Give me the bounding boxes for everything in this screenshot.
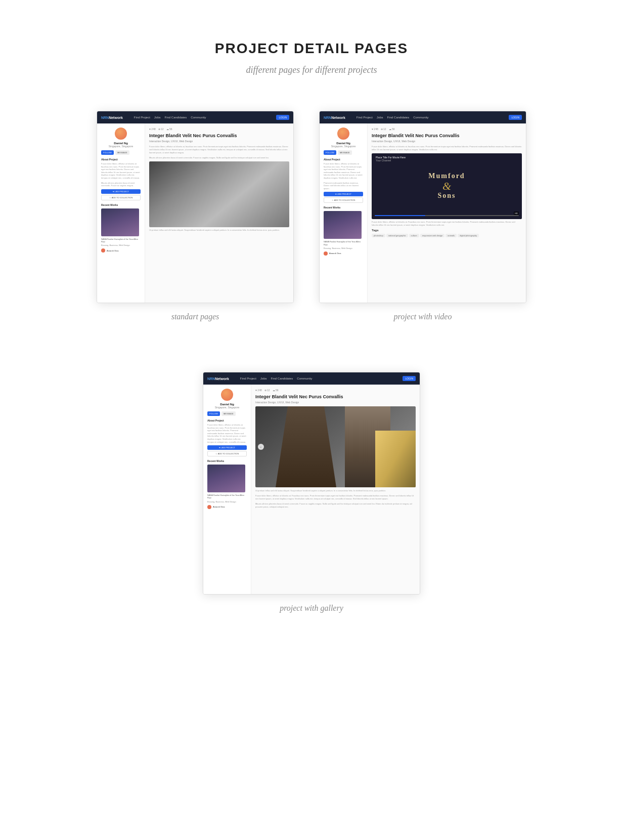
mock-author-name-standard: Amarok Orca [107, 249, 119, 252]
mock-content-text1-standard: Fusce dolor libero, efficitur ut loborti… [149, 145, 289, 154]
mock-stats-row-video: ♥ 248 ⊕ 12 ☁ 56 [372, 128, 522, 131]
mock-about-text2-video: Praesent malesuada facilisis maximus. Do… [324, 182, 363, 190]
mock-action-btns-video: FOLLOW MESSAGE [324, 150, 363, 155]
mock-content-text1-gallery: Ut pretium tellus sed elit luctus alique… [255, 489, 416, 492]
mock-about-label-gallery: About Project [207, 419, 247, 422]
mock-recent-tags-video: Bossing, Business, Web Design [324, 247, 363, 249]
standard-caption: standart pages [171, 312, 219, 321]
mock-message-btn-video[interactable]: MESSAGE [338, 150, 352, 155]
mock-recent-caption-video: NASA Finalist Hairstylist of the Year Al… [324, 240, 363, 245]
mock-content-standard: ♥ 248 ⊕ 12 ☁ 56 Integer Blandit Velit Ne… [145, 123, 293, 303]
mock-logo-standard: NRNNetwork [101, 116, 123, 119]
mock-author-name-video: Amarok Orca [329, 252, 341, 255]
mock-content-text1-video: Fusce dolor libero, efficitur ut loborti… [372, 145, 522, 151]
mumford-text-block: Mumford & Sons [428, 172, 465, 200]
mock-sidebar-gallery: Daniel Ng Singapore, Singapore FOLLOW ME… [203, 385, 251, 594]
mock-body-gallery: Daniel Ng Singapore, Singapore FOLLOW ME… [203, 385, 420, 594]
mock-about-label-video: About Project [324, 158, 363, 161]
mock-recent-thumb-gallery [207, 465, 245, 492]
mock-nav-links-gallery: Find Project Jobs Find Candidates Commun… [240, 377, 398, 380]
standard-preview-column: NRNNetwork Find Project Jobs Find Candid… [97, 111, 294, 321]
mock-recent-tags-gallery: Bossing, Business, Web Design [207, 500, 247, 503]
mock-content-video: ♥ 248 ⊕ 12 ☁ 56 Integer Blandit Velit Ne… [368, 123, 526, 303]
mock-tags-label-video: Tags [372, 229, 522, 232]
video-progress-bar [375, 215, 519, 216]
mock-video-overlay[interactable]: Place Title For Movie HereYour Channel M… [372, 153, 522, 219]
video-caption: project with video [394, 312, 452, 321]
top-preview-row: NRNNetwork Find Project Jobs Find Candid… [97, 111, 526, 321]
mock-action-btns-gallery: FOLLOW MESSAGE [207, 411, 247, 416]
mock-nav-jobs-g: Jobs [260, 377, 267, 380]
mock-nav-community-g: Community [297, 377, 312, 380]
mock-recent-label-gallery: Recent Works [207, 459, 247, 463]
mock-follow-btn-standard[interactable]: FOLLOW [101, 150, 114, 155]
mock-recent-tags-standard: Bossing, Business, Web Design [101, 244, 141, 246]
mock-author-row-standard: Amarok Orca [101, 248, 141, 253]
mock-gallery-main[interactable]: ‹ JEAN [255, 406, 416, 487]
video-controls [372, 215, 522, 217]
mock-message-btn-standard[interactable]: MESSAGE [115, 150, 129, 155]
mock-login-btn-video[interactable]: LOGIN [509, 115, 522, 120]
mock-author-row-gallery: Amarok Orca [207, 505, 247, 509]
mock-navbar-video: NRNNetwork Find Project Jobs Find Candid… [320, 111, 526, 123]
mock-collection-btn-video[interactable]: ☆ ADD TO COLLECTION [324, 197, 363, 203]
gallery-preview-column: NRNNetwork Find Project Jobs Find Candid… [203, 372, 420, 613]
gallery-arrow-left[interactable]: ‹ [258, 444, 264, 450]
mock-nav-find-project: Find Project [134, 116, 150, 119]
mock-like-btn-standard[interactable]: ♥ LIKE PROJECT [101, 189, 141, 194]
mock-project-meta-video: Interaction Design, UX/UI, Web Design [372, 140, 522, 143]
mock-action-btns-standard: FOLLOW MESSAGE [101, 150, 141, 155]
mock-nav-community-v: Community [413, 116, 428, 119]
mock-tags-row-video: photoshop national geographic culture re… [372, 234, 522, 237]
mock-project-title-video: Integer Blandit Velit Nec Purus Convalli… [372, 133, 522, 138]
gallery-person-silhouette [276, 406, 336, 487]
mock-avatar-standard [115, 128, 127, 140]
mock-recent-thumb-video [324, 211, 362, 239]
mock-nav-links-standard: Find Project Jobs Find Candidates Commun… [134, 116, 272, 119]
page-wrapper: PROJECT DETAIL PAGES different pages for… [0, 0, 623, 643]
mock-image-caption-standard: Ut pretium tellus sed elit luctus alique… [149, 229, 289, 232]
mock-login-btn-standard[interactable]: LOGIN [276, 115, 289, 120]
mock-recent-caption-standard: NASA Finalist Hairstylist of the Year Al… [101, 238, 141, 243]
standard-browser-window: NRNNetwork Find Project Jobs Find Candid… [97, 111, 294, 303]
mock-content-text3-gallery: Mauris ultrices pharetra lacus id amet c… [255, 502, 416, 509]
mock-like-btn-video[interactable]: ♥ LIKE PROJECT [324, 192, 363, 196]
mock-project-meta-gallery: Interaction Design, UX/UI, Web Design [255, 401, 416, 404]
mock-recent-label-standard: Recent Works [101, 203, 141, 206]
mock-message-btn-gallery[interactable]: MESSAGE [221, 411, 236, 416]
mock-body-standard: Daniel Ng Singapore, Singapore FOLLOW ME… [97, 123, 293, 303]
mock-follow-btn-gallery[interactable]: FOLLOW [207, 411, 220, 416]
mock-nav-find-candidates: Find Candidates [165, 116, 187, 119]
mock-nav-candidates-v: Find Candidates [387, 116, 410, 119]
mock-collection-btn-standard[interactable]: ☆ ADD TO COLLECTION [101, 195, 141, 200]
mock-navbar-gallery: NRNNetwork Find Project Jobs Find Candid… [203, 372, 420, 385]
mock-avatar-gallery [221, 389, 233, 401]
mock-about-text-standard: Fusce dolor libero, efficitur ut loborti… [101, 162, 141, 180]
mock-follow-btn-video[interactable]: FOLLOW [324, 150, 336, 155]
mock-author-avatar-gallery [207, 505, 211, 509]
mock-about-text-video: Fusce dolor libero, efficitur ut loborti… [324, 162, 363, 180]
mock-project-title-gallery: Integer Blandit Velit Nec Purus Convalli… [255, 394, 416, 399]
mock-like-btn-gallery[interactable]: ♥ LIKE PROJECT [207, 445, 247, 450]
mock-content-text2-video: Fusce dolor libero, efficitur ut loborti… [372, 221, 522, 227]
page-subtitle: different pages for different projects [246, 65, 377, 75]
mock-user-location-video: Singapore, Singapore [324, 145, 363, 148]
mock-author-avatar-video [324, 251, 328, 256]
mock-stats-row-gallery: ♥ 248 ⊕ 12 ☁ 56 [255, 389, 416, 392]
mock-recent-caption-gallery: NASA Finalist Hairstylist of the Year Al… [207, 494, 247, 499]
gallery-caption: project with gallery [280, 604, 343, 613]
mock-collection-btn-gallery[interactable]: ☆ ADD TO COLLECTION [207, 451, 247, 456]
mock-body-video: Daniel Ng Singapore, Singapore FOLLOW ME… [320, 123, 526, 303]
mock-project-title-standard: Integer Blandit Velit Nec Purus Convalli… [149, 133, 289, 138]
mock-author-row-video: Amarok Orca [324, 251, 363, 256]
mock-about-text-gallery: Fusce dolor libero, efficitur ut loborti… [207, 424, 247, 443]
mock-avatar-video [337, 128, 349, 140]
mock-content-text2-standard: Mauris ultrices pharetra lacus id amet c… [149, 156, 289, 159]
mock-login-btn-gallery[interactable]: LOGIN [403, 376, 416, 381]
mock-nav-links-video: Find Project Jobs Find Candidates Commun… [357, 116, 504, 119]
mock-user-location-standard: Singapore, Singapore [101, 145, 141, 148]
mock-about-label-standard: About Project [101, 158, 141, 161]
mock-user-location-gallery: Singapore, Singapore [207, 406, 247, 409]
mock-recent-label-video: Recent Works [324, 206, 363, 209]
mock-nav-find-project-v: Find Project [357, 116, 373, 119]
